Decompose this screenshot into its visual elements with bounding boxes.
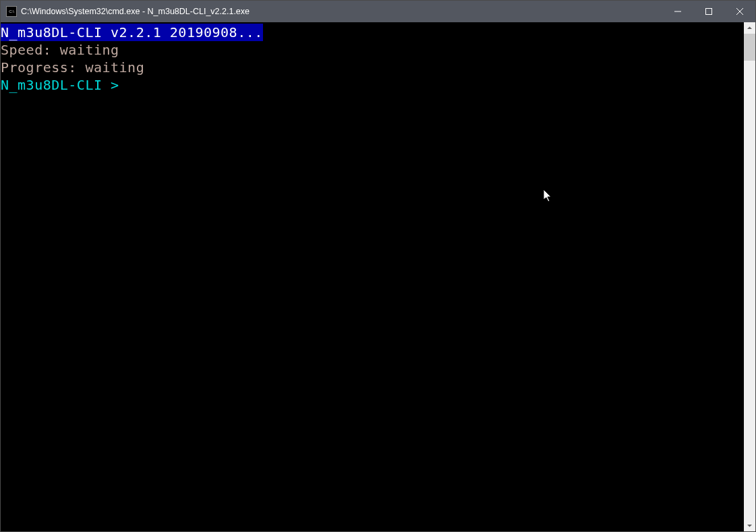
svg-rect-1 (706, 9, 712, 15)
maximize-icon (705, 8, 712, 15)
vertical-scrollbar[interactable] (744, 22, 755, 531)
minimize-icon (674, 8, 681, 15)
chevron-up-icon (747, 26, 752, 30)
scroll-down-button[interactable] (744, 520, 755, 531)
chevron-down-icon (747, 523, 752, 528)
close-icon (736, 8, 743, 15)
window-title: C:\Windows\System32\cmd.exe - N_m3u8DL-C… (21, 7, 662, 16)
window-controls (662, 1, 755, 22)
scroll-track[interactable] (744, 34, 755, 520)
maximize-button[interactable] (693, 1, 724, 22)
terminal-output[interactable]: N_m3u8DL-CLI v2.2.1 20190908...Speed: wa… (1, 22, 744, 531)
content-area: N_m3u8DL-CLI v2.2.1 20190908...Speed: wa… (1, 22, 755, 531)
scroll-up-button[interactable] (744, 22, 755, 34)
app-icon-label: C:\ (9, 9, 14, 13)
minimize-button[interactable] (662, 1, 693, 22)
scroll-thumb[interactable] (744, 34, 755, 61)
progress-line: Progress: waiting (1, 59, 744, 76)
banner-line: N_m3u8DL-CLI v2.2.1 20190908... (1, 24, 263, 41)
speed-line: Speed: waiting (1, 41, 744, 59)
prompt-line: N_m3u8DL-CLI > (1, 76, 744, 94)
terminal-window: C:\ C:\Windows\System32\cmd.exe - N_m3u8… (0, 0, 756, 532)
close-button[interactable] (724, 1, 755, 22)
titlebar[interactable]: C:\ C:\Windows\System32\cmd.exe - N_m3u8… (1, 1, 755, 22)
app-icon: C:\ (6, 6, 17, 17)
